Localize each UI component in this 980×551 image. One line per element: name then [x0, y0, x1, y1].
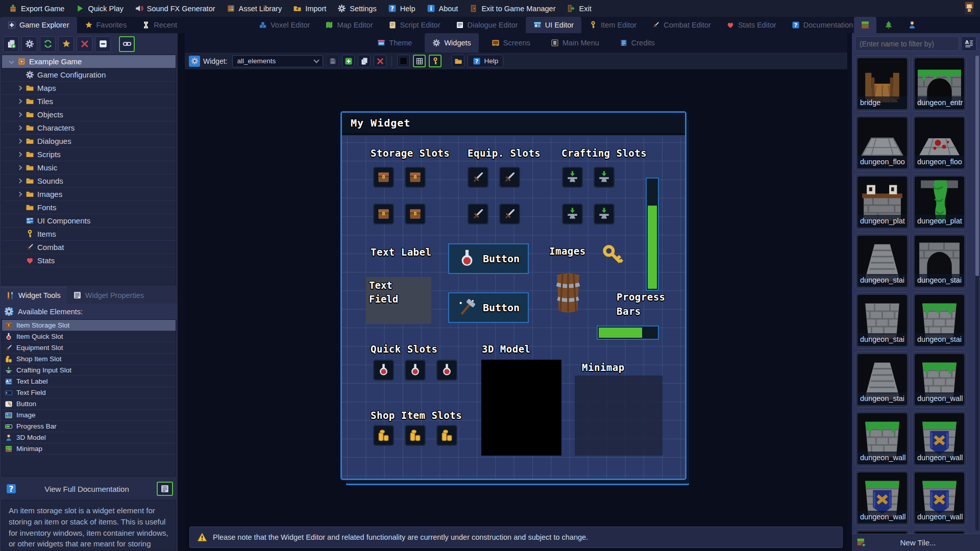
- sort-by-name-button[interactable]: [961, 36, 976, 51]
- text-field-element[interactable]: Text Field: [365, 277, 431, 324]
- tile-card[interactable]: dungeon_stai: [855, 233, 910, 289]
- tree-item[interactable]: Dialogues: [2, 135, 176, 148]
- chevron-right-icon[interactable]: [17, 126, 22, 131]
- tree-item[interactable]: Items: [2, 228, 176, 241]
- element-list-item[interactable]: Text Label: [2, 376, 176, 387]
- widget-select[interactable]: all_elements: [232, 55, 323, 67]
- tree-item[interactable]: UI Components: [2, 214, 176, 228]
- tab-characters[interactable]: [901, 17, 923, 33]
- ui-editor-tab[interactable]: Main Menu: [543, 33, 607, 53]
- new-tile-button[interactable]: New Tile...: [852, 534, 980, 551]
- tree-item[interactable]: Game Configuration: [2, 68, 176, 82]
- tree-item[interactable]: Scripts: [2, 148, 176, 161]
- tree-item[interactable]: Combat: [2, 241, 176, 254]
- tree-item[interactable]: Stats: [2, 254, 176, 267]
- tile-card[interactable]: dungeon_stai: [912, 292, 967, 348]
- ui-editor-tab[interactable]: Widgets: [425, 33, 478, 53]
- item-storage-slot[interactable]: [373, 204, 394, 224]
- user-avatar-icon[interactable]: [962, 1, 977, 16]
- scrollbar-thumb[interactable]: [975, 56, 979, 276]
- background-color-button[interactable]: [397, 55, 410, 67]
- text-label-element[interactable]: Text Label: [371, 246, 431, 258]
- element-list-item[interactable]: Equipment Slot: [2, 342, 176, 354]
- refresh-button[interactable]: [40, 36, 56, 52]
- panel-tab[interactable]: Game Explorer: [0, 17, 77, 33]
- barrel-image[interactable]: [550, 269, 586, 316]
- editor-tab[interactable]: Map Editor: [317, 17, 380, 33]
- grid-toggle-button[interactable]: [413, 55, 426, 67]
- panel-tab[interactable]: Favorites: [77, 17, 135, 33]
- settings-button[interactable]: [21, 36, 37, 52]
- tree-item[interactable]: Objects: [2, 108, 176, 121]
- open-documentation-button[interactable]: [157, 482, 173, 496]
- item-quick-slot[interactable]: [405, 360, 426, 381]
- widget-canvas[interactable]: My Widget Storage Slots Equip. Slots Cra…: [185, 69, 847, 523]
- crafting-input-slot[interactable]: [594, 167, 615, 188]
- tile-card[interactable]: dungeon_entr: [912, 56, 967, 112]
- menu-item[interactable]: Asset Library: [221, 0, 288, 17]
- editor-tab[interactable]: Voxel Editor: [251, 17, 317, 33]
- widget-window-titlebar[interactable]: My Widget: [342, 113, 685, 135]
- tile-card[interactable]: dungeon_floo: [855, 115, 910, 171]
- equipment-slot[interactable]: [499, 167, 520, 188]
- item-ids-toggle-button[interactable]: [429, 55, 442, 67]
- chevron-right-icon[interactable]: [17, 139, 22, 144]
- tile-card[interactable]: dungeon_plat: [912, 174, 967, 230]
- menu-item[interactable]: Import: [287, 0, 332, 17]
- tile-card[interactable]: dungeon_wall: [912, 352, 967, 408]
- tree-item[interactable]: Music: [2, 161, 176, 174]
- chevron-down-icon[interactable]: [9, 59, 14, 64]
- open-folder-button[interactable]: [452, 55, 464, 67]
- tab-tiles[interactable]: [854, 17, 876, 33]
- ui-editor-tab[interactable]: Theme: [370, 33, 420, 53]
- tool-panel-tab[interactable]: Widget Properties: [67, 287, 150, 304]
- button-element[interactable]: Button: [448, 292, 529, 323]
- item-storage-slot[interactable]: [405, 204, 426, 224]
- editor-tab[interactable]: Item Editor: [581, 17, 644, 33]
- element-list-item[interactable]: Progress Bar: [2, 421, 176, 432]
- shop-item-slot[interactable]: [373, 425, 394, 446]
- key-image[interactable]: [595, 237, 632, 274]
- element-list-item[interactable]: Image: [2, 410, 176, 421]
- item-quick-slot[interactable]: [373, 360, 394, 381]
- item-storage-slot[interactable]: [373, 167, 394, 188]
- shop-item-slot[interactable]: [436, 425, 457, 446]
- tree-item[interactable]: Characters: [2, 121, 176, 135]
- chevron-right-icon[interactable]: [17, 86, 22, 91]
- menu-item[interactable]: About: [421, 0, 464, 17]
- menu-item[interactable]: Exit to Game Manager: [463, 0, 561, 17]
- horizontal-progress-bar[interactable]: [597, 325, 659, 340]
- collapse-all-button[interactable]: [95, 36, 111, 52]
- crafting-input-slot[interactable]: [562, 167, 583, 188]
- chevron-right-icon[interactable]: [17, 192, 22, 197]
- view-full-documentation-link[interactable]: View Full Documentation: [17, 485, 157, 493]
- tile-card[interactable]: dungeon_floo: [912, 115, 967, 171]
- tile-card[interactable]: dungeon_wall: [912, 470, 967, 526]
- tile-card[interactable]: dungeon_plat: [855, 174, 910, 230]
- menu-item[interactable]: Export Game: [3, 0, 70, 17]
- button-element[interactable]: Button: [448, 243, 529, 274]
- widget-window[interactable]: My Widget Storage Slots Equip. Slots Cra…: [342, 113, 685, 479]
- editor-tab[interactable]: Documentation: [784, 17, 861, 33]
- chevron-right-icon[interactable]: [17, 99, 22, 104]
- model-3d-element[interactable]: [481, 360, 561, 456]
- delete-button[interactable]: [77, 36, 92, 52]
- tree-item[interactable]: Tiles: [2, 95, 176, 108]
- favorite-button[interactable]: [58, 36, 74, 52]
- help-button[interactable]: Help: [468, 55, 503, 67]
- tile-filter-input[interactable]: [860, 40, 954, 48]
- equipment-slot[interactable]: [468, 167, 488, 188]
- add-widget-button[interactable]: [342, 55, 355, 67]
- tile-card[interactable]: dungeon_stai: [855, 292, 910, 348]
- ui-editor-tab[interactable]: Screens: [484, 33, 538, 53]
- editor-tab[interactable]: Script Editor: [381, 17, 448, 33]
- equipment-slot[interactable]: [468, 204, 488, 224]
- panel-tab[interactable]: Recent: [134, 17, 185, 33]
- tile-card[interactable]: dungeon_wall: [912, 411, 967, 467]
- tab-objects[interactable]: [877, 17, 900, 33]
- tree-item[interactable]: Example Game: [2, 55, 176, 68]
- equipment-slot[interactable]: [499, 204, 520, 224]
- element-list-item[interactable]: Button: [2, 398, 176, 410]
- delete-widget-button[interactable]: [374, 55, 386, 67]
- element-list-item[interactable]: Item Storage Slot: [2, 320, 176, 331]
